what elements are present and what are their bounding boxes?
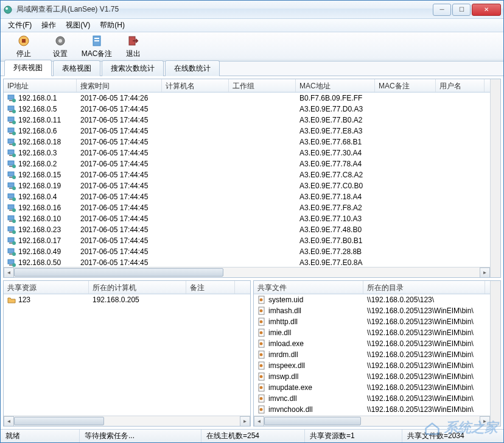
column-header[interactable]: 工作组 [229,79,296,92]
column-header[interactable]: 共享资源 [4,281,89,294]
host-row[interactable]: 192.168.0.192017-06-05 17:44:45A3.E0.9E.… [4,180,490,191]
host-row[interactable]: 192.168.0.162017-06-05 17:44:45A3.E0.9E.… [4,202,490,213]
svg-point-5 [58,39,62,43]
column-header[interactable]: 用户名 [436,79,485,92]
file-row[interactable]: imhttp.dll\\192.168.0.205\123\WinEIM\bin… [254,316,490,327]
svg-point-81 [260,386,263,389]
toolbar: 停止设置MAC备注退出 [1,32,503,62]
host-row[interactable]: 192.168.0.172017-06-05 17:44:45A3.E0.9E.… [4,235,490,246]
tab-3[interactable]: 在线数统计 [165,60,220,76]
status-files: 共享文件数=2034 [402,430,503,442]
host-row[interactable]: 192.168.0.102017-06-05 17:44:45A3.E0.9E.… [4,213,490,224]
host-row[interactable]: 192.168.0.42017-06-05 17:44:45A3.E0.9E.7… [4,191,490,202]
host-vscrollbar[interactable] [490,79,500,277]
file-hscrollbar[interactable]: ◄ ► [254,416,490,426]
svg-point-33 [12,175,16,179]
column-header[interactable]: MAC地址 [296,79,375,92]
file-vscrollbar[interactable] [490,281,500,426]
file-row[interactable]: system.uid\\192.168.0.205\123\ [254,294,490,305]
column-header[interactable]: 搜索时间 [77,79,162,92]
svg-rect-49 [8,238,14,242]
scroll-thumb[interactable] [14,417,104,425]
doc-icon [90,34,103,48]
svg-rect-13 [8,106,14,110]
svg-rect-22 [8,139,14,143]
file-row[interactable]: imie.dll\\192.168.0.205\123\WinEIM\bin\ [254,327,490,338]
svg-point-24 [12,143,16,146]
svg-rect-7 [94,38,99,39]
share-resource-pane: 共享资源所在的计算机备注 123192.168.0.205 ◄ ► [3,280,251,427]
host-row[interactable]: 192.168.0.52017-06-05 17:44:45A3.E0.9E.7… [4,104,490,115]
host-row[interactable]: 192.168.0.112017-06-05 17:44:45A3.E0.9E.… [4,115,490,126]
column-header[interactable]: 所在的计算机 [89,281,186,294]
svg-point-83 [260,397,263,400]
mac-remark-button[interactable]: MAC备注 [79,34,115,60]
menu-item-1[interactable]: 操作 [37,19,61,32]
exit-button[interactable]: 退出 [115,34,152,60]
menu-item-2[interactable]: 视图(V) [61,19,95,32]
file-row[interactable]: imrdm.dll\\192.168.0.205\123\WinEIM\bin\ [254,349,490,360]
host-hscrollbar[interactable]: ◄ ► [4,267,490,277]
maximize-button[interactable]: ☐ [452,4,471,16]
scroll-left-button[interactable]: ◄ [4,416,14,427]
file-row[interactable]: imspeex.dll\\192.168.0.205\123\WinEIM\bi… [254,360,490,371]
titlebar[interactable]: 局域网查看工具(LanSee) V1.75 ─ ☐ ✕ [1,1,503,19]
gear-icon [54,34,67,48]
tab-0[interactable]: 列表视图 [4,60,52,76]
host-row[interactable]: 192.168.0.22017-06-05 17:44:45A3.E0.9E.7… [4,158,490,169]
stop-button[interactable]: 停止 [5,34,42,60]
scroll-thumb[interactable] [264,417,361,425]
tab-2[interactable]: 搜索次数统计 [102,60,164,76]
share-hscrollbar[interactable]: ◄ ► [4,416,250,426]
file-row[interactable]: imupdate.exe\\192.168.0.205\123\WinEIM\b… [254,382,490,393]
file-row[interactable]: imload.exe\\192.168.0.205\123\WinEIM\bin… [254,338,490,349]
settings-button[interactable]: 设置 [42,34,79,60]
host-list-body[interactable]: 192.168.0.12017-06-05 17:44:26B0.F7.6B.0… [4,93,490,267]
host-row[interactable]: 192.168.0.32017-06-05 17:44:45A3.E0.9E.7… [4,147,490,158]
file-list-header: 共享文件所在的目录 [254,281,490,294]
file-row[interactable]: imvnchook.dll\\192.168.0.205\123\WinEIM\… [254,404,490,415]
content-area: IP地址搜索时间计算机名工作组MAC地址MAC备注用户名 192.168.0.1… [1,76,503,429]
column-header[interactable]: 备注 [186,281,235,294]
scroll-right-button[interactable]: ► [480,416,490,426]
file-row[interactable]: imhash.dll\\192.168.0.205\123\WinEIM\bin… [254,305,490,316]
share-list-body[interactable]: 123192.168.0.205 [4,294,250,416]
host-row[interactable]: 192.168.0.62017-06-05 17:44:45A3.E0.9E.7… [4,126,490,136]
host-row[interactable]: 192.168.0.152017-06-05 17:44:45A3.E0.9E.… [4,169,490,180]
main-window: 局域网查看工具(LanSee) V1.75 ─ ☐ ✕ 文件(F)操作视图(V)… [0,0,504,443]
svg-point-30 [12,165,16,168]
scroll-thumb[interactable] [14,268,223,277]
tab-1[interactable]: 表格视图 [53,60,100,76]
svg-point-65 [260,298,263,301]
host-row[interactable]: 192.168.0.492017-06-05 17:44:45A3.E0.9E.… [4,246,490,257]
column-header[interactable]: 共享文件 [254,281,363,294]
scroll-right-button[interactable]: ► [240,416,250,427]
scroll-left-button[interactable]: ◄ [254,416,264,426]
column-header[interactable]: 计算机名 [162,79,229,92]
column-header[interactable]: 所在的目录 [363,281,485,294]
host-row[interactable]: 192.168.0.12017-06-05 17:44:26B0.F7.6B.0… [4,93,490,104]
svg-rect-8 [94,40,99,41]
svg-rect-10 [8,95,14,99]
host-row[interactable]: 192.168.0.182017-06-05 17:44:45A3.E0.9E.… [4,136,490,147]
host-row[interactable]: 192.168.0.502017-06-05 17:44:45A3.E0.9E.… [4,257,490,267]
status-waiting: 等待搜索任务... [80,430,201,442]
file-row[interactable]: imswp.dll\\192.168.0.205\123\WinEIM\bin\ [254,371,490,382]
file-list-body[interactable]: system.uid\\192.168.0.205\123\imhash.dll… [254,294,490,416]
minimize-button[interactable]: ─ [433,4,451,16]
close-button[interactable]: ✕ [472,4,501,16]
svg-rect-55 [8,260,14,264]
host-row[interactable]: 192.168.0.232017-06-05 17:44:45A3.E0.9E.… [4,224,490,235]
scroll-left-button[interactable]: ◄ [4,268,14,277]
share-list-header: 共享资源所在的计算机备注 [4,281,250,294]
svg-point-48 [12,230,16,234]
column-header[interactable]: IP地址 [4,79,77,92]
menu-item-0[interactable]: 文件(F) [3,19,37,32]
scroll-right-button[interactable]: ► [480,268,490,277]
svg-rect-31 [8,172,14,176]
file-row[interactable]: imvnc.dll\\192.168.0.205\123\WinEIM\bin\ [254,393,490,404]
svg-point-54 [12,252,16,256]
share-row[interactable]: 123192.168.0.205 [4,294,250,305]
column-header[interactable]: MAC备注 [375,79,436,92]
menu-item-3[interactable]: 帮助(H) [95,19,130,32]
